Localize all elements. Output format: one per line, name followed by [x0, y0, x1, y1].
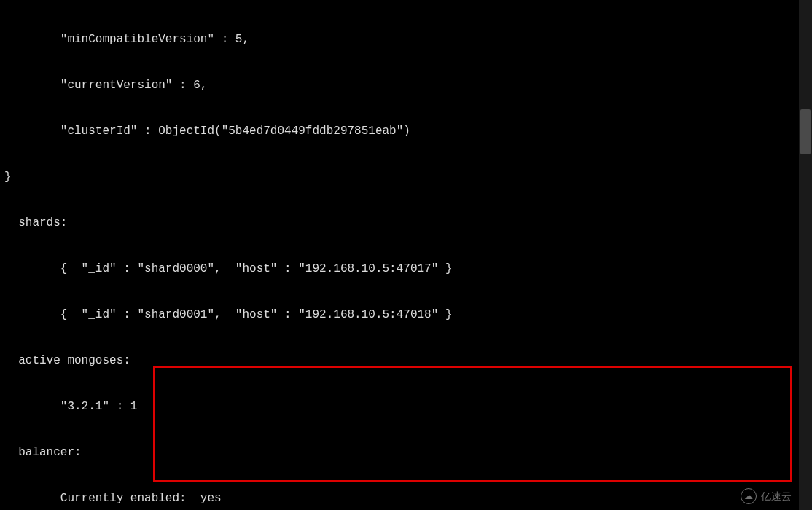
terminal-output[interactable]: "minCompatibleVersion" : 5, "currentVers…	[0, 0, 812, 510]
cloud-icon: ☁	[741, 488, 757, 504]
output-line: { "_id" : "shard0001", "host" : "192.168…	[4, 307, 808, 323]
watermark-text: 亿速云	[761, 489, 792, 504]
output-line: shards:	[4, 216, 808, 231]
output-line: "currentVersion" : 6,	[4, 78, 808, 93]
watermark: ☁ 亿速云	[741, 488, 792, 504]
scrollbar-thumb[interactable]	[800, 109, 811, 154]
output-line: active mongoses:	[4, 353, 808, 369]
output-line: "3.2.1" : 1	[4, 399, 808, 415]
output-line: }	[4, 170, 808, 185]
output-line: Currently enabled: yes	[4, 491, 808, 506]
scrollbar[interactable]	[799, 0, 812, 510]
output-line: "clusterId" : ObjectId("5b4ed7d0449fddb2…	[4, 124, 808, 139]
output-line: balancer:	[4, 445, 808, 460]
output-line: "minCompatibleVersion" : 5,	[4, 32, 808, 47]
output-line: { "_id" : "shard0000", "host" : "192.168…	[4, 262, 808, 277]
